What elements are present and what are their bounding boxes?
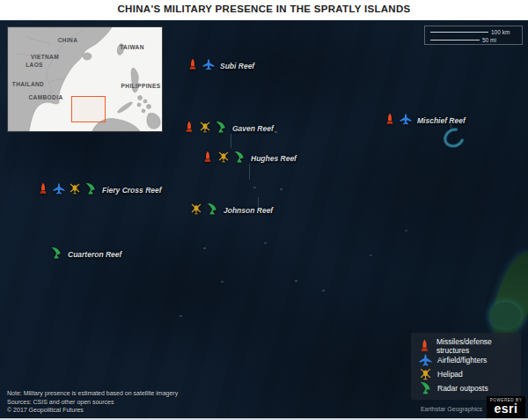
- missile-icon: [187, 58, 199, 70]
- marker-icons: [37, 182, 100, 198]
- basemap-credit: Earthstar Geographics: [0, 406, 482, 412]
- marker-icons: [190, 203, 222, 218]
- reef-label: Gaven Reef: [232, 124, 274, 133]
- map-legend: Missiles/defense structures Airfield/fig…: [411, 333, 521, 400]
- marker-icons: [50, 247, 66, 262]
- esri-logo[interactable]: POWERED BY esri: [487, 396, 525, 418]
- radar-icon: [50, 247, 62, 259]
- helipad-icon: [418, 367, 432, 380]
- airfield-icon: [418, 353, 432, 366]
- helipad-icon: [217, 151, 230, 163]
- airfield-icon: [202, 58, 215, 70]
- legend-label: Missiles/defense structures: [436, 337, 514, 355]
- esri-wordmark: esri: [487, 402, 525, 415]
- reef-label: Fiery Cross Reef: [102, 186, 162, 195]
- marker-icons: [183, 121, 231, 136]
- marker-subi-reef[interactable]: Subi Reef: [187, 58, 254, 74]
- screenshot-root: CHINA'S MILITARY PRESENCE IN THE SPRATLY…: [0, 0, 528, 420]
- marker-icons: [187, 58, 218, 74]
- missile-icon: [418, 339, 431, 352]
- reef-label: Hughes Reef: [251, 154, 297, 163]
- legend-row: Airfield/fighters: [418, 353, 514, 366]
- reef-label: Mischief Reef: [417, 116, 466, 125]
- note-line: Sources: CSIS and other open sources: [7, 398, 178, 407]
- marker-cuarteron-reef[interactable]: Cuarteron Reef: [50, 247, 121, 262]
- radar-icon: [418, 381, 432, 394]
- legend-row: Helipad: [418, 367, 514, 380]
- airfield-icon: [400, 113, 412, 125]
- reef-label: Johnson Reef: [224, 206, 273, 215]
- marker-johnson-reef[interactable]: Johnson Reef: [190, 203, 273, 218]
- marker-icons: [384, 113, 415, 129]
- helipad-icon: [190, 203, 202, 215]
- marker-fiery-cross-reef[interactable]: Fiery Cross Reef: [37, 182, 162, 198]
- legend-row: Missiles/defense structures: [418, 339, 514, 352]
- helipad-icon: [199, 121, 211, 133]
- helipad-icon: [69, 182, 81, 195]
- radar-icon: [206, 203, 218, 215]
- note-line: Note: Military presence is estimated bas…: [7, 389, 178, 398]
- missile-icon: [202, 151, 214, 163]
- missile-icon: [384, 113, 396, 125]
- missile-icon: [183, 121, 195, 133]
- legend-label: Airfield/fighters: [437, 356, 487, 365]
- marker-gaven-reef[interactable]: Gaven Reef: [183, 121, 274, 136]
- reef-label: Cuarteron Reef: [68, 250, 121, 259]
- marker-hughes-reef[interactable]: Hughes Reef: [202, 151, 297, 166]
- marker-icons: [202, 151, 249, 166]
- legend-row: Radar outposts: [418, 381, 514, 394]
- marker-mischief-reef[interactable]: Mischief Reef: [384, 113, 466, 129]
- radar-icon: [84, 182, 97, 195]
- airfield-icon: [53, 182, 65, 195]
- reef-label: Subi Reef: [220, 62, 254, 70]
- radar-icon: [215, 121, 227, 133]
- legend-label: Helipad: [437, 370, 463, 379]
- radar-icon: [233, 151, 246, 163]
- missile-icon: [37, 182, 49, 195]
- legend-label: Radar outposts: [437, 384, 488, 393]
